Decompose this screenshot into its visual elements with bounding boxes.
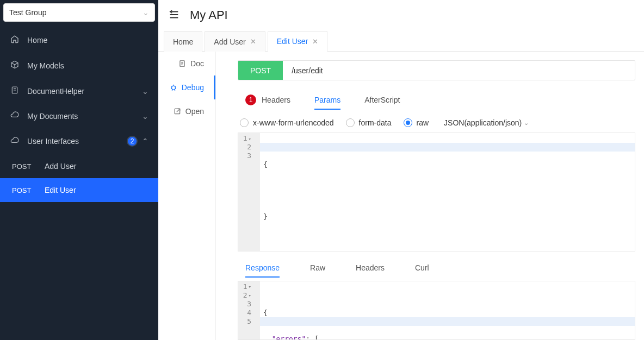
tab-home[interactable]: Home [164, 31, 202, 52]
sidebar-item-mydocuments[interactable]: My Documents ⌄ [0, 104, 158, 128]
close-icon[interactable]: ✕ [312, 37, 318, 46]
bodytype-formdata[interactable]: form-data [346, 118, 392, 127]
chevron-down-icon: ⌄ [142, 87, 148, 96]
page-title: My API [190, 8, 228, 22]
cloud-icon [10, 111, 20, 121]
lefttab-label: Debug [182, 83, 204, 92]
radio-icon [240, 118, 249, 127]
sidebar-item-documenthelper[interactable]: DocumentHelper ⌄ [0, 78, 158, 104]
tab-label: Edit User [277, 37, 308, 46]
lefttab-label: Open [185, 107, 204, 116]
request-line: POST /user/edit [238, 60, 635, 80]
sidebar-item-label: DocumentHelper [27, 87, 84, 96]
lefttab-doc[interactable]: Doc [158, 52, 215, 75]
editor-gutter: 1▾ 2 3 [238, 133, 260, 251]
reqtab-params[interactable]: Params [314, 91, 340, 110]
chevron-up-icon: ⌃ [142, 137, 148, 146]
code-line: "errors": [ [263, 335, 631, 340]
tab-label: Add User [214, 37, 245, 46]
bug-icon [170, 84, 177, 91]
resptab-curl[interactable]: Curl [415, 259, 429, 278]
sidebar-item-label: User Interfaces [27, 137, 79, 146]
content-type-label: JSON(application/json) [444, 118, 522, 127]
count-badge: 2 [127, 136, 138, 147]
lefttab-debug[interactable]: Debug [158, 75, 215, 99]
code-line: { [263, 160, 631, 169]
radio-icon [346, 118, 355, 127]
tab-label: Home [173, 37, 193, 46]
method-badge[interactable]: POST [238, 61, 283, 80]
tab-edituser[interactable]: Edit User ✕ [268, 31, 328, 52]
headers-count-badge: 1 [245, 95, 256, 105]
sidebar-item-label: Home [27, 36, 47, 45]
response-body-editor[interactable]: 1▾ 2▾ 3 4 5 { "errors": [ "userId could … [238, 281, 635, 340]
request-url[interactable]: /user/edit [283, 66, 332, 75]
subitem-label: Add User [45, 162, 76, 171]
subitem-label: Edit User [45, 186, 76, 194]
sidebar-subitem-edituser[interactable]: POST Edit User [0, 178, 158, 202]
bodytype-label: form-data [359, 118, 392, 127]
chevron-down-icon: ⌄ [524, 119, 529, 127]
reqtab-headers[interactable]: 1 Headers [245, 90, 290, 111]
chevron-down-icon: ⌄ [143, 8, 149, 17]
chevron-down-icon: ⌄ [142, 112, 148, 121]
group-selector-label: Test Group [9, 8, 46, 17]
radio-icon [404, 118, 412, 127]
bodytype-raw[interactable]: raw [404, 118, 429, 127]
lefttab-label: Doc [190, 59, 204, 68]
reqtab-afterscript[interactable]: AfterScript [364, 91, 400, 110]
doc-icon [10, 86, 20, 96]
bodytype-urlencoded[interactable]: x-www-form-urlencoded [240, 118, 334, 127]
request-body-editor[interactable]: 1▾ 2 3 { } [238, 133, 635, 251]
sidebar-item-home[interactable]: Home [0, 27, 158, 53]
reqtab-label: Headers [262, 96, 290, 104]
bodytype-label: raw [417, 118, 429, 127]
sidebar-item-label: My Documents [27, 112, 78, 121]
close-icon[interactable]: ✕ [250, 37, 256, 46]
resptab-raw[interactable]: Raw [310, 259, 325, 278]
bodytype-label: x-www-form-urlencoded [253, 118, 334, 127]
reqtab-label: Params [314, 96, 340, 104]
group-selector[interactable]: Test Group ⌄ [3, 3, 155, 22]
code-line: } [263, 212, 631, 221]
resptab-headers[interactable]: Headers [356, 259, 385, 278]
tab-adduser[interactable]: Add User ✕ [205, 31, 265, 52]
collapse-sidebar-icon[interactable] [168, 9, 180, 22]
method-label: POST [12, 186, 34, 194]
cloud-icon [10, 137, 20, 146]
cube-icon [10, 60, 20, 71]
code-line: { [263, 308, 631, 317]
sidebar-item-mymodels[interactable]: My Models [0, 53, 158, 78]
lefttab-open[interactable]: Open [158, 99, 215, 123]
reqtab-label: AfterScript [364, 96, 400, 104]
editor-gutter: 1▾ 2▾ 3 4 5 [238, 281, 260, 339]
sidebar-subitem-adduser[interactable]: POST Add User [0, 154, 158, 178]
sidebar-item-userinterfaces[interactable]: User Interfaces 2 ⌃ [0, 128, 158, 154]
content-type-selector[interactable]: JSON(application/json) ⌄ [444, 118, 529, 127]
page-icon [178, 60, 186, 67]
sidebar-item-label: My Models [27, 61, 64, 70]
method-label: POST [12, 162, 34, 171]
resptab-response[interactable]: Response [245, 259, 280, 278]
external-icon [174, 108, 181, 115]
home-icon [10, 35, 20, 45]
code-line [263, 186, 631, 195]
svg-point-2 [171, 86, 175, 90]
